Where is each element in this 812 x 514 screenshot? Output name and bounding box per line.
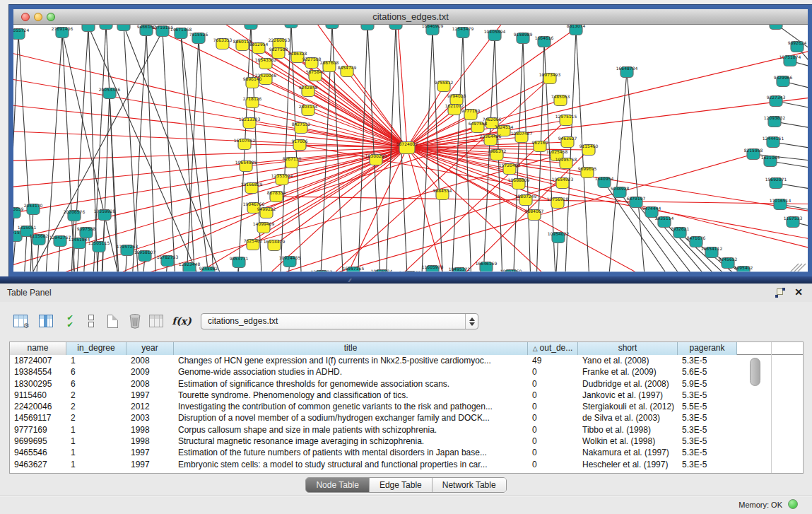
network-window-titlebar[interactable]: citations_edges.txt xyxy=(13,9,808,25)
svg-text:7515526: 7515526 xyxy=(189,32,208,37)
svg-text:19654923: 19654923 xyxy=(552,177,574,182)
column-header-short[interactable]: short xyxy=(578,342,678,355)
column-header-in_degree[interactable]: in_degree xyxy=(66,342,126,355)
svg-text:24055724: 24055724 xyxy=(13,28,29,33)
svg-text:9474444: 9474444 xyxy=(642,206,661,211)
svg-text:8471676: 8471676 xyxy=(687,235,706,240)
table-row[interactable]: 1830029562008Estimation of significance … xyxy=(10,378,803,390)
table-header-row: namein_degreeyeartitle△out_de...shortpag… xyxy=(10,342,803,355)
svg-text:15692071: 15692071 xyxy=(765,177,787,182)
svg-text:16543382: 16543382 xyxy=(255,57,277,62)
table-cell: Embryonic stem cells: a model to study s… xyxy=(174,459,528,470)
svg-text:10654112: 10654112 xyxy=(701,246,723,251)
table-panel-title: Table Panel xyxy=(7,284,52,302)
svg-text:16648784: 16648784 xyxy=(616,66,638,71)
close-window-icon[interactable] xyxy=(21,13,30,21)
table-cell: 9463627 xyxy=(10,459,66,470)
table-row[interactable]: 977716911998Corpus callosum shape and si… xyxy=(10,424,803,436)
delete-table-icon[interactable] xyxy=(126,312,144,330)
svg-text:8427552: 8427552 xyxy=(292,122,311,127)
svg-text:2718126: 2718126 xyxy=(243,96,262,101)
scrollbar-track xyxy=(771,342,772,473)
svg-text:10405894: 10405894 xyxy=(484,29,506,34)
table-row[interactable]: 2242004622012Investigating the contribut… xyxy=(10,401,803,412)
table-row[interactable]: 1872400712008Changes of HCN gene express… xyxy=(10,355,803,366)
tab-edge-table[interactable]: Edge Table xyxy=(369,478,432,492)
svg-text:10654985: 10654985 xyxy=(235,160,257,165)
dropdown-stepper-icon[interactable] xyxy=(465,314,478,329)
table-cell: 5.3E-5 xyxy=(678,424,737,436)
table-cell: 1 xyxy=(66,355,126,366)
column-header-pagerank[interactable]: pagerank xyxy=(678,342,737,355)
column-header-title[interactable]: title xyxy=(174,342,528,355)
table-cell: Structural magnetic resonance image aver… xyxy=(174,436,528,447)
svg-text:9896140: 9896140 xyxy=(243,76,262,81)
zoom-window-icon[interactable] xyxy=(47,13,55,21)
svg-text:1640954: 1640954 xyxy=(595,176,614,181)
float-panel-icon[interactable] xyxy=(775,288,785,298)
table-row[interactable]: 946362711997Embryonic stem cells: a mode… xyxy=(10,459,803,470)
table-row[interactable]: 1938455462009Genome-wide association stu… xyxy=(10,366,803,378)
minimize-window-icon[interactable] xyxy=(34,13,42,21)
svg-text:16107552: 16107552 xyxy=(234,138,256,143)
divider-grip-icon[interactable]: ⁄⁄ xyxy=(349,278,358,283)
svg-text:12353594: 12353594 xyxy=(271,173,293,178)
table-select-dropdown[interactable]: citations_edges.txt xyxy=(201,313,478,329)
svg-text:16646169: 16646169 xyxy=(476,261,498,266)
svg-text:16846909: 16846909 xyxy=(422,25,444,28)
new-table-icon[interactable] xyxy=(103,312,122,330)
close-panel-icon[interactable]: ✕ xyxy=(794,286,803,298)
svg-text:17016514: 17016514 xyxy=(770,198,792,203)
table-cell: 5.5E-5 xyxy=(678,401,737,412)
svg-text:17957253: 17957253 xyxy=(117,244,139,249)
column-header-name[interactable]: name xyxy=(10,342,66,355)
table-cell: 9699695 xyxy=(10,436,66,447)
table-cell: 0 xyxy=(528,447,578,458)
table-row[interactable]: 1456911722003Disruption of a novel membe… xyxy=(10,412,803,424)
svg-text:10405824: 10405824 xyxy=(371,269,393,271)
table-row[interactable]: 911546021997Tourette syndrome. Phenomeno… xyxy=(10,390,803,401)
column-header-year[interactable]: year xyxy=(126,342,174,355)
tab-node-table[interactable]: Node Table xyxy=(306,478,369,492)
table-row[interactable]: 946554611997Estimation of the future num… xyxy=(10,447,803,458)
table-cell: 2003 xyxy=(126,412,174,424)
function-builder-icon[interactable]: f(x) xyxy=(172,312,191,330)
table-cell: 1998 xyxy=(126,424,174,436)
table-cell: Estimation of the future numbers of pati… xyxy=(174,447,528,458)
svg-text:10807487: 10807487 xyxy=(511,131,533,136)
column-header-out_de[interactable]: △out_de... xyxy=(528,342,578,355)
table-cell: 0 xyxy=(528,366,578,378)
table-settings-icon[interactable]: ⚙ xyxy=(11,312,30,330)
svg-text:10973493: 10973493 xyxy=(539,72,561,77)
table-cell: 5.3E-5 xyxy=(678,390,737,401)
network-window-title: citations_edges.txt xyxy=(13,9,808,24)
svg-text:7986372: 7986372 xyxy=(488,148,507,153)
split-divider[interactable]: ⁄⁄ xyxy=(0,276,812,284)
svg-text:1115682: 1115682 xyxy=(30,233,49,238)
svg-text:7663353: 7663353 xyxy=(213,37,233,42)
tab-network-table[interactable]: Network Table xyxy=(432,478,506,492)
svg-text:14671368: 14671368 xyxy=(170,27,192,32)
table-cell: 2 xyxy=(66,401,126,412)
svg-text:9684067: 9684067 xyxy=(525,209,544,214)
memory-status-icon[interactable] xyxy=(788,499,798,509)
vertical-scrollbar[interactable] xyxy=(750,358,760,386)
table-cell: 1997 xyxy=(126,447,174,458)
select-column-icon[interactable] xyxy=(37,312,55,330)
svg-text:14099469: 14099469 xyxy=(253,221,275,226)
table-cell: 2009 xyxy=(126,366,174,378)
table-cell: 5.9E-5 xyxy=(678,378,737,390)
select-rows-icon[interactable]: ✔✔ xyxy=(61,312,79,330)
svg-text:15751074: 15751074 xyxy=(779,54,801,59)
svg-text:9245652: 9245652 xyxy=(719,257,738,262)
table-cell: 2008 xyxy=(126,355,174,366)
table-row[interactable]: 969969511998Structural magnetic resonanc… xyxy=(10,436,803,447)
svg-text:12093832: 12093832 xyxy=(764,115,786,120)
svg-text:2053170: 2053170 xyxy=(24,203,43,208)
table-cell: 9115460 xyxy=(10,390,66,401)
network-graph-canvas[interactable]: 1872400776633538860114891295422260053982… xyxy=(13,25,808,271)
row-height-icon[interactable] xyxy=(82,312,100,330)
svg-text:9499222: 9499222 xyxy=(257,206,276,211)
svg-text:9227343: 9227343 xyxy=(767,95,786,100)
import-table-icon[interactable] xyxy=(147,312,165,330)
